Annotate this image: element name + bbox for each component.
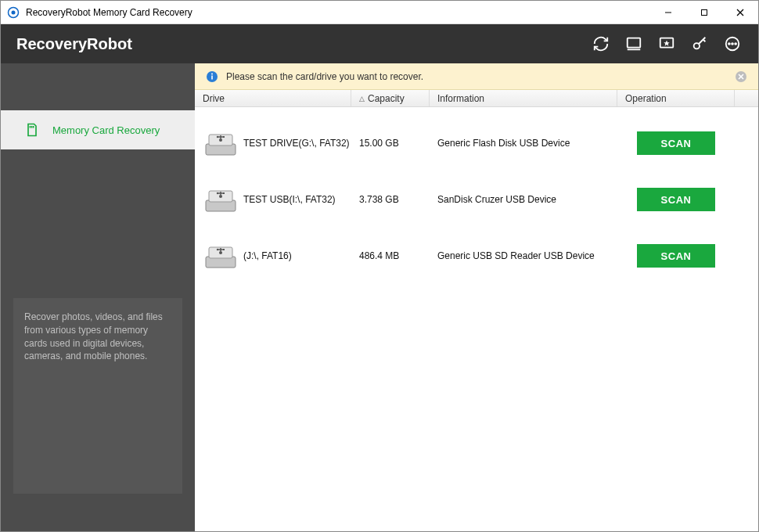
app-header: RecoveryRobot bbox=[1, 24, 758, 63]
svg-rect-3 bbox=[702, 9, 707, 15]
cell-drive: TEST DRIVE(G:\, FAT32) bbox=[203, 128, 359, 158]
close-button[interactable] bbox=[722, 1, 758, 23]
column-header-drive[interactable]: Drive bbox=[195, 90, 351, 106]
table-row: TEST DRIVE(G:\, FAT32) 15.00 GB Generic … bbox=[195, 115, 758, 171]
scan-button[interactable]: SCAN bbox=[637, 244, 715, 268]
maximize-button[interactable] bbox=[686, 1, 722, 23]
cell-drive-label: TEST USB(I:\, FAT32) bbox=[243, 194, 336, 205]
usb-drive-icon bbox=[203, 241, 239, 271]
svg-point-45 bbox=[217, 249, 218, 250]
cell-operation: SCAN bbox=[625, 131, 727, 155]
sidebar-description: Recover photos, videos, and files from v… bbox=[13, 298, 182, 494]
table-header: Drive △Capacity Information Operation bbox=[195, 90, 758, 107]
refresh-button[interactable] bbox=[591, 34, 611, 54]
svg-point-42 bbox=[219, 251, 222, 254]
memory-card-icon bbox=[24, 122, 40, 138]
header-tools bbox=[591, 34, 743, 54]
cell-information: Generic USB SD Reader USB Device bbox=[437, 250, 625, 261]
minimize-button[interactable] bbox=[650, 1, 686, 23]
cell-drive: (J:\, FAT16) bbox=[203, 241, 359, 271]
svg-rect-6 bbox=[628, 38, 641, 48]
cell-drive: TEST USB(I:\, FAT32) bbox=[203, 185, 359, 214]
scan-button[interactable]: SCAN bbox=[637, 188, 715, 211]
sidebar: Memory Card Recovery Recover photos, vid… bbox=[1, 63, 195, 531]
app-body: Memory Card Recovery Recover photos, vid… bbox=[1, 63, 758, 531]
column-header-operation[interactable]: Operation bbox=[617, 90, 735, 106]
cell-drive-label: (J:\, FAT16) bbox=[243, 250, 292, 261]
svg-point-38 bbox=[217, 192, 218, 194]
window-title: RecoveryRobot Memory Card Recovery bbox=[26, 7, 650, 18]
svg-marker-9 bbox=[664, 40, 669, 45]
svg-point-31 bbox=[217, 136, 218, 138]
cell-information: Generic Flash Disk USB Device bbox=[437, 138, 625, 149]
key-button[interactable] bbox=[689, 34, 710, 54]
brand-title: RecoveryRobot bbox=[16, 35, 591, 53]
sort-asc-icon: △ bbox=[359, 95, 365, 102]
svg-point-14 bbox=[728, 43, 730, 45]
column-header-drive-label: Drive bbox=[203, 93, 225, 104]
table-row: (J:\, FAT16) 486.4 MB Generic USB SD Rea… bbox=[195, 228, 758, 284]
column-header-capacity-label: Capacity bbox=[368, 93, 405, 104]
main-panel: Please scan the card/drive you want to r… bbox=[195, 63, 758, 531]
cell-operation: SCAN bbox=[625, 244, 727, 268]
column-header-information-label: Information bbox=[437, 93, 484, 104]
info-banner: Please scan the card/drive you want to r… bbox=[195, 63, 758, 90]
column-header-information[interactable]: Information bbox=[430, 90, 617, 106]
info-banner-close[interactable] bbox=[735, 70, 747, 83]
feedback-button[interactable] bbox=[656, 34, 677, 54]
usb-drive-icon bbox=[203, 185, 239, 214]
svg-rect-46 bbox=[223, 249, 225, 250]
info-banner-text: Please scan the card/drive you want to r… bbox=[226, 71, 727, 82]
window-controls bbox=[650, 1, 758, 23]
info-icon bbox=[206, 70, 218, 83]
sidebar-spacer-mid bbox=[1, 149, 195, 298]
usb-drive-icon bbox=[203, 128, 239, 158]
cell-capacity: 486.4 MB bbox=[359, 250, 437, 261]
scan-button[interactable]: SCAN bbox=[637, 131, 715, 155]
svg-rect-21 bbox=[211, 75, 213, 79]
monitor-button[interactable] bbox=[624, 34, 644, 54]
column-header-operation-label: Operation bbox=[625, 93, 667, 104]
svg-point-28 bbox=[219, 138, 222, 142]
sidebar-item-label: Memory Card Recovery bbox=[52, 124, 160, 136]
titlebar: RecoveryRobot Memory Card Recovery bbox=[1, 1, 758, 24]
cell-capacity: 3.738 GB bbox=[359, 194, 437, 205]
svg-point-15 bbox=[732, 43, 733, 45]
table-row: TEST USB(I:\, FAT32) 3.738 GB SanDisk Cr… bbox=[195, 171, 758, 228]
sidebar-item-memory-card-recovery[interactable]: Memory Card Recovery bbox=[1, 110, 195, 149]
drive-list: TEST DRIVE(G:\, FAT32) 15.00 GB Generic … bbox=[195, 107, 758, 292]
cell-capacity: 15.00 GB bbox=[359, 138, 437, 149]
svg-line-12 bbox=[703, 40, 706, 42]
svg-point-22 bbox=[211, 73, 213, 74]
svg-point-1 bbox=[12, 10, 16, 14]
column-header-capacity[interactable]: △Capacity bbox=[351, 90, 430, 106]
cell-operation: SCAN bbox=[625, 188, 727, 211]
svg-rect-32 bbox=[223, 136, 225, 138]
column-header-trailing bbox=[735, 90, 758, 106]
svg-rect-39 bbox=[223, 192, 225, 194]
svg-point-35 bbox=[219, 195, 222, 198]
app-icon bbox=[7, 6, 20, 19]
cell-information: SanDisk Cruzer USB Device bbox=[437, 194, 625, 205]
svg-point-10 bbox=[694, 43, 700, 49]
cell-drive-label: TEST DRIVE(G:\, FAT32) bbox=[243, 138, 350, 149]
more-button[interactable] bbox=[722, 34, 743, 54]
sidebar-spacer bbox=[1, 63, 195, 110]
svg-point-16 bbox=[735, 43, 736, 45]
